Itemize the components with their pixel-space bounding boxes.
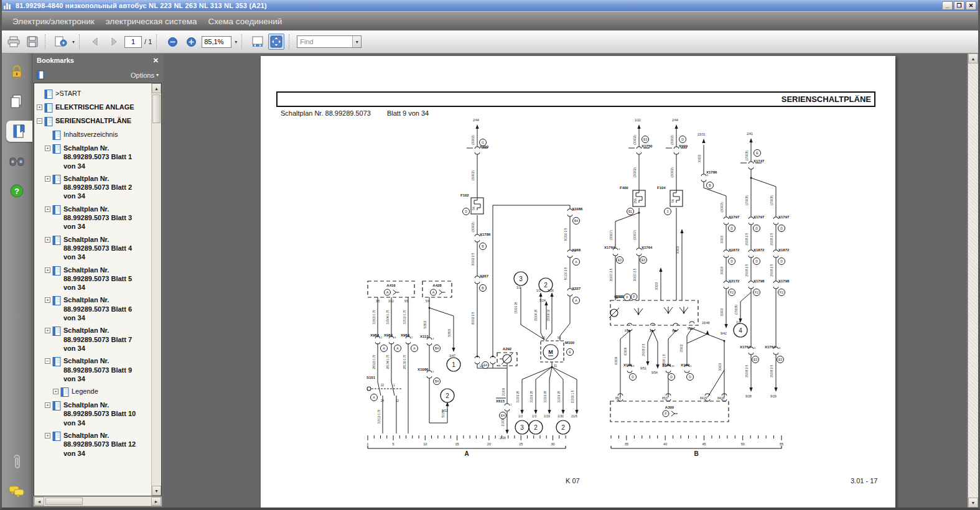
expander-icon[interactable]: + — [45, 206, 50, 212]
svg-text:15008 2.5: 15008 2.5 — [745, 264, 749, 277]
bookmark-item[interactable]: +Schaltplan Nr. 88.99289.5073 Blatt 3 vo… — [37, 203, 151, 233]
help-icon[interactable]: ? — [6, 180, 27, 202]
svg-text:3: 3 — [618, 248, 620, 251]
bookmark-item[interactable]: −Schaltplan Nr. 88.99289.5073 Blatt 9 vo… — [37, 355, 151, 385]
bookmark-item[interactable]: >START — [37, 87, 151, 101]
bookmark-item[interactable]: +Schaltplan Nr. 88.99289.5073 Blatt 10 v… — [37, 399, 151, 429]
bookmark-item[interactable]: +Schaltplan Nr. 88.99289.5073 Blatt 12 v… — [37, 429, 151, 460]
menu-item-scheme[interactable]: Схема соединений — [202, 17, 287, 26]
find-caret-icon[interactable]: ▾ — [352, 36, 361, 47]
toolbar-separator — [79, 34, 83, 49]
menu-item-system[interactable]: электрическая система — [100, 17, 203, 26]
scroll-right-icon[interactable]: ► — [151, 497, 161, 506]
bookmark-item[interactable]: +ELEKTRISCHE ANLAGE — [37, 101, 151, 114]
expander-icon[interactable]: + — [53, 389, 58, 394]
zoom-level-input[interactable] — [202, 36, 231, 48]
expander-icon[interactable]: + — [45, 433, 50, 438]
fit-page-button[interactable] — [268, 34, 284, 50]
bookmarks-horizontal-scrollbar[interactable]: ◄ ► — [34, 496, 162, 506]
zoom-in-button[interactable] — [183, 34, 199, 50]
restore-button[interactable]: ❐ — [954, 1, 964, 10]
document-vertical-scrollbar[interactable]: ▲ ▼ — [968, 53, 978, 508]
toolbar-separator — [289, 34, 292, 49]
bookmarks-close-icon[interactable]: ✕ — [153, 57, 159, 65]
zoom-out-button[interactable] — [164, 34, 180, 50]
bookmark-label[interactable]: >START — [55, 89, 135, 98]
comments-icon[interactable] — [6, 481, 27, 503]
zoom-caret-icon[interactable]: ▾ — [235, 39, 237, 45]
search-icon[interactable] — [6, 151, 27, 172]
print-button[interactable] — [6, 34, 22, 50]
bookmark-item[interactable]: +Legende — [37, 385, 151, 399]
svg-text:15002: 15002 — [680, 344, 683, 352]
bookmark-item[interactable]: +Schaltplan Nr. 88.99289.5073 Blatt 5 vo… — [37, 264, 151, 294]
expander-icon[interactable]: + — [45, 176, 50, 182]
menu-item-electric[interactable]: Электрик/электроник — [7, 17, 100, 26]
bookmark-label[interactable]: ELEKTRISCHE ANLAGE — [55, 103, 135, 111]
previous-page-button[interactable] — [87, 34, 103, 50]
scroll-down-icon[interactable]: ▼ — [152, 486, 161, 496]
page-number-input[interactable] — [124, 36, 142, 48]
bookmark-label[interactable]: Schaltplan Nr. 88.99289.5073 Blatt 5 von… — [63, 266, 143, 292]
bookmark-label[interactable]: Schaltplan Nr. 88.99289.5073 Blatt 3 von… — [63, 205, 143, 231]
bookmark-label[interactable]: Schaltplan Nr. 88.99289.5073 Blatt 6 von… — [63, 295, 143, 322]
scroll-up-icon[interactable]: ▲ — [152, 83, 161, 93]
bookmark-label[interactable]: Schaltplan Nr. 88.99289.5073 Blatt 7 von… — [63, 326, 143, 353]
expand-bookmark-icon[interactable] — [37, 70, 47, 80]
expander-icon[interactable]: + — [45, 237, 50, 243]
svg-text:X1764: X1764 — [740, 345, 751, 349]
bookmark-label[interactable]: Schaltplan Nr. 88.99289.5073 Blatt 4 von… — [63, 235, 143, 262]
svg-text:(30007): (30007) — [610, 230, 613, 240]
bookmark-item[interactable]: +Schaltplan Nr. 88.99289.5073 Blatt 4 vo… — [37, 233, 151, 264]
snapshot-caret-icon[interactable]: ▾ — [72, 39, 75, 45]
bookmark-label[interactable]: Schaltplan Nr. 88.99289.5073 Blatt 9 von… — [63, 356, 143, 383]
svg-text:1/3: 1/3 — [518, 414, 523, 418]
scrollbar-thumb[interactable] — [152, 95, 161, 123]
bookmark-label[interactable]: Legende — [72, 387, 151, 396]
svg-text:G: G — [482, 141, 484, 144]
svg-text:1/26: 1/26 — [548, 289, 554, 292]
bookmark-item[interactable]: +Schaltplan Nr. 88.99289.5073 Blatt 1 vo… — [37, 142, 151, 172]
scroll-left-icon[interactable]: ◄ — [34, 497, 44, 506]
next-page-button[interactable] — [106, 34, 122, 50]
scroll-down-icon[interactable]: ▼ — [968, 498, 978, 508]
svg-text:15006 16: 15006 16 — [547, 309, 550, 322]
bookmark-item[interactable]: +Schaltplan Nr. 88.99289.5073 Blatt 6 vo… — [37, 294, 151, 324]
bookmark-item[interactable]: +Schaltplan Nr. 88.99289.5073 Blatt 7 vo… — [37, 324, 151, 355]
svg-text:1: 1 — [690, 364, 692, 368]
expander-icon[interactable]: + — [45, 297, 50, 303]
bookmarks-icon[interactable] — [6, 121, 32, 142]
expander-icon[interactable]: + — [45, 267, 50, 273]
bookmark-item[interactable]: +Schaltplan Nr. 88.99289.5073 Blatt 2 vo… — [37, 172, 151, 203]
lock-icon[interactable] — [6, 61, 27, 82]
scroll-up-icon[interactable]: ▲ — [968, 53, 978, 63]
snapshot-button[interactable] — [53, 34, 69, 50]
scrollbar-thumb[interactable] — [45, 498, 83, 505]
bookmark-label[interactable]: Schaltplan Nr. 88.99289.5073 Blatt 1 von… — [63, 144, 143, 170]
bookmark-item[interactable]: −SERIENSCHALTPLÄNE — [37, 114, 151, 128]
bookmark-label[interactable]: Schaltplan Nr. 88.99289.5073 Blatt 2 von… — [63, 174, 143, 201]
pages-icon[interactable] — [6, 91, 27, 112]
svg-text:X1764: X1764 — [642, 246, 653, 249]
expander-icon[interactable]: − — [37, 118, 42, 124]
svg-text:(30002): (30002) — [472, 135, 475, 145]
bookmark-label[interactable]: SERIENSCHALTPLÄNE — [55, 116, 135, 125]
attachments-icon[interactable] — [6, 452, 27, 473]
expander-icon[interactable]: + — [45, 402, 50, 408]
expander-icon[interactable]: + — [45, 328, 50, 333]
find-input[interactable] — [297, 36, 352, 47]
minimize-button[interactable]: _ — [942, 1, 953, 10]
bookmark-item[interactable]: Inhaltsverzeichnis — [37, 128, 151, 142]
bookmark-label[interactable]: Schaltplan Nr. 88.99289.5073 Blatt 10 vo… — [63, 401, 143, 427]
expander-icon[interactable]: + — [37, 104, 42, 110]
close-button[interactable]: ✕ — [966, 1, 976, 10]
expander-icon[interactable]: + — [45, 146, 50, 151]
bookmark-label[interactable]: Inhaltsverzeichnis — [63, 130, 143, 139]
fit-width-button[interactable] — [250, 34, 266, 50]
save-button[interactable] — [24, 34, 40, 50]
bookmarks-options-button[interactable]: Options▾ — [131, 72, 159, 79]
expander-icon[interactable]: − — [45, 358, 50, 364]
bookmarks-vertical-scrollbar[interactable]: ▲ ▼ — [151, 83, 161, 496]
svg-text:31512 0.75: 31512 0.75 — [378, 409, 381, 424]
bookmark-label[interactable]: Schaltplan Nr. 88.99289.5073 Blatt 12 vo… — [63, 431, 143, 458]
